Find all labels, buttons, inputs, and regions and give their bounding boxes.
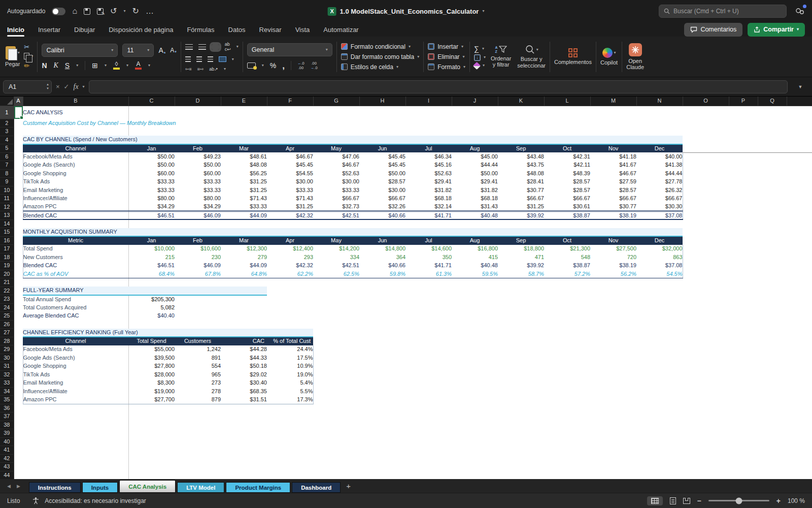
zoom-slider[interactable] bbox=[708, 500, 769, 501]
percent-format-icon[interactable]: % bbox=[270, 62, 276, 69]
row-header-10[interactable]: 10 bbox=[0, 186, 14, 195]
increase-decimal-icon[interactable]: ←.0.00 bbox=[297, 61, 304, 70]
open-claude-button[interactable]: Open Claude bbox=[626, 43, 644, 70]
cell[interactable]: $14,600 bbox=[405, 245, 452, 253]
ribbon-tab-dibujar[interactable]: Dibujar bbox=[74, 24, 95, 36]
row-header-1[interactable]: 1 bbox=[0, 106, 14, 119]
cell[interactable]: $30.00 bbox=[267, 178, 313, 186]
undo-icon[interactable]: ↺ bbox=[110, 7, 117, 15]
currency-format-icon[interactable] bbox=[247, 62, 256, 69]
cell[interactable]: 334 bbox=[313, 253, 359, 262]
cell[interactable]: $44.28 bbox=[221, 345, 267, 354]
cell[interactable]: $50.00 bbox=[128, 152, 175, 161]
cell[interactable]: 364 bbox=[359, 253, 405, 262]
cell-A30[interactable] bbox=[14, 354, 23, 362]
conditional-format-button[interactable]: Formato condicional▾ bbox=[341, 43, 419, 50]
cell[interactable]: $46.51 bbox=[128, 262, 175, 270]
cell[interactable] bbox=[359, 106, 812, 119]
cell[interactable]: $30.61 bbox=[544, 203, 590, 211]
row-header-35[interactable]: 35 bbox=[0, 396, 14, 404]
row-header-6[interactable]: 6 bbox=[0, 152, 14, 161]
cell[interactable]: Jan bbox=[128, 144, 175, 153]
column-header-H[interactable]: H bbox=[359, 97, 405, 106]
cell-A6[interactable] bbox=[14, 152, 23, 161]
cell[interactable]: $27.59 bbox=[590, 178, 636, 186]
cell[interactable]: $41.38 bbox=[636, 161, 683, 170]
cell[interactable]: $28,000 bbox=[128, 370, 175, 379]
cell[interactable]: $48.08 bbox=[221, 161, 267, 170]
number-format-select[interactable]: General▾ bbox=[247, 43, 332, 56]
cell[interactable]: Oct bbox=[544, 236, 590, 245]
addins-button[interactable]: Complementos bbox=[554, 48, 592, 65]
cell[interactable]: Average Blended CAC bbox=[23, 312, 128, 321]
cell[interactable]: $26.32 bbox=[636, 186, 683, 195]
cell[interactable] bbox=[683, 186, 812, 195]
cell[interactable]: $33.33 bbox=[267, 186, 313, 195]
font-size-select[interactable]: 11▾ bbox=[122, 44, 154, 57]
next-sheet-icon[interactable]: ▶ bbox=[17, 484, 20, 489]
cell[interactable]: Aug bbox=[452, 236, 498, 245]
ribbon-tab-insertar[interactable]: Insertar bbox=[38, 24, 60, 36]
cell[interactable] bbox=[683, 136, 812, 144]
copilot-button[interactable]: ▾ Copilot bbox=[600, 48, 618, 66]
cell[interactable] bbox=[23, 412, 128, 421]
cell-A2[interactable] bbox=[14, 119, 23, 128]
cell[interactable]: $29.02 bbox=[221, 370, 267, 379]
cell-A35[interactable] bbox=[14, 396, 23, 404]
cell[interactable]: $42.31 bbox=[544, 152, 590, 161]
cell-A5[interactable] bbox=[14, 144, 23, 153]
row-header-29[interactable]: 29 bbox=[0, 345, 14, 354]
cell[interactable]: CAC BY CHANNEL (Spend / New Customers) bbox=[23, 136, 683, 144]
cell[interactable]: $50.00 bbox=[175, 161, 221, 170]
column-header-partial[interactable] bbox=[787, 97, 812, 106]
cell[interactable] bbox=[128, 404, 812, 412]
accessibility-icon[interactable] bbox=[32, 497, 40, 504]
cell[interactable]: Total Spend bbox=[128, 337, 175, 345]
cell[interactable] bbox=[128, 320, 812, 329]
row-header-40[interactable]: 40 bbox=[0, 437, 14, 446]
cell[interactable]: Influencer/Affiliate bbox=[23, 387, 128, 396]
cell-A40[interactable] bbox=[14, 437, 23, 446]
cell[interactable]: $12,300 bbox=[221, 245, 267, 253]
cell[interactable] bbox=[313, 354, 812, 362]
cell[interactable] bbox=[128, 446, 812, 455]
cell[interactable]: Customer Acquisition Cost by Channel — M… bbox=[23, 119, 359, 128]
ribbon-tab-formulas[interactable]: Fórmulas bbox=[187, 24, 214, 36]
cell[interactable]: $39.92 bbox=[498, 262, 544, 270]
confirm-entry-icon[interactable]: ✓ bbox=[64, 83, 70, 90]
autosum-button[interactable]: ∑▾ bbox=[474, 45, 486, 52]
cell[interactable]: $29.41 bbox=[452, 178, 498, 186]
cell[interactable]: Feb bbox=[175, 144, 221, 153]
font-name-select[interactable]: Calibri▾ bbox=[42, 44, 118, 57]
ribbon-tab-inicio[interactable]: Inicio bbox=[7, 24, 24, 36]
row-header-22[interactable]: 22 bbox=[0, 287, 14, 295]
cell-A10[interactable] bbox=[14, 186, 23, 195]
cell[interactable]: $33.33 bbox=[128, 186, 175, 195]
cell-A41[interactable] bbox=[14, 446, 23, 455]
cell[interactable]: $40.48 bbox=[452, 211, 498, 220]
cell[interactable]: $66.67 bbox=[544, 195, 590, 203]
bold-button[interactable]: N bbox=[42, 62, 47, 69]
cell[interactable]: Sep bbox=[498, 236, 544, 245]
column-header-N[interactable]: N bbox=[636, 97, 683, 106]
cell[interactable]: 273 bbox=[175, 379, 221, 388]
ribbon-tab-disposicion[interactable]: Disposición de página bbox=[109, 24, 173, 36]
cell-A11[interactable] bbox=[14, 195, 23, 203]
cell[interactable]: 879 bbox=[175, 396, 221, 404]
cell[interactable] bbox=[313, 362, 812, 371]
cell[interactable]: Metric bbox=[23, 236, 128, 245]
cell[interactable]: $16,800 bbox=[452, 245, 498, 253]
cut-icon[interactable]: ✂ bbox=[24, 44, 33, 50]
cell[interactable]: $27,500 bbox=[590, 245, 636, 253]
cell[interactable] bbox=[313, 329, 812, 337]
cell[interactable]: $60.00 bbox=[128, 169, 175, 178]
cell[interactable]: $42.32 bbox=[267, 262, 313, 270]
cell[interactable] bbox=[267, 287, 812, 295]
cell[interactable] bbox=[23, 446, 128, 455]
cell[interactable]: $27,700 bbox=[128, 396, 175, 404]
cell[interactable]: $45.00 bbox=[452, 152, 498, 161]
cell[interactable]: $42.51 bbox=[313, 262, 359, 270]
cell[interactable] bbox=[313, 345, 812, 354]
delete-cells-button[interactable]: Eliminar▾ bbox=[428, 53, 465, 60]
cell[interactable]: $44.09 bbox=[221, 211, 267, 220]
